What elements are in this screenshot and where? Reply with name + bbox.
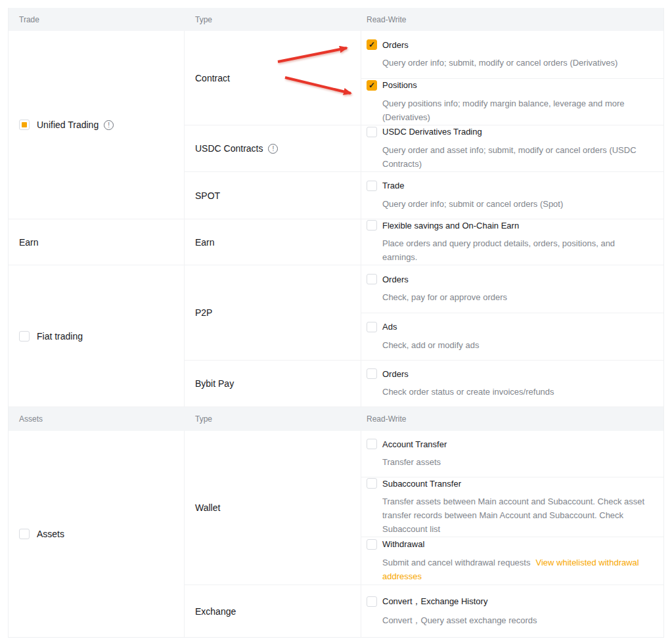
permission-item-spot-trade: Trade Query order info; submit or cancel… [361,172,663,219]
type-label: USDC Contracts [195,143,263,154]
permission-description: Query order info; submit, modify or canc… [382,56,650,70]
permission-item-orders: ✓ Orders Query order info; submit, modif… [361,31,663,79]
group-cell-unified-trading: Unified Trading ! [9,31,185,219]
permission-label: Trade [382,181,404,190]
group-label: Earn [19,237,39,248]
type-label: Earn [195,237,215,248]
type-row-bybit-pay: Bybit Pay Orders Check order status or c… [185,361,663,407]
column-header-trade: Trade [9,15,185,24]
column-header-type: Type [185,414,361,424]
permission-item-convert-exchange-history: Convert，Exchange History Convert，Query a… [361,585,663,637]
type-label: Wallet [195,502,220,513]
p2p-ads-checkbox[interactable] [367,322,377,332]
group-label: Assets [37,529,64,539]
permission-label: USDC Derivatives Trading [382,127,482,137]
permission-label: Ads [382,322,397,332]
type-label: SPOT [195,190,220,201]
bybit-pay-orders-checkbox[interactable] [367,368,377,379]
type-cell-exchange: Exchange [185,585,361,637]
permission-description: Check, add or modify ads [382,338,650,352]
withdrawal-checkbox[interactable] [367,539,377,550]
permission-item-withdrawal: Withdrawal Submit and cancel withdrawal … [361,537,663,585]
permission-description: Transfer assets [382,455,650,469]
permission-label: Account Transfer [382,439,447,449]
permission-label: Withdrawal [382,539,424,549]
permission-item-account-transfer: Account Transfer Transfer assets [361,431,663,477]
info-icon[interactable]: ! [268,144,278,154]
account-transfer-checkbox[interactable] [367,439,377,449]
permission-description: Query order and asset info; submit, modi… [382,143,650,171]
type-row-exchange: Exchange Convert，Exchange History Conver… [185,585,663,637]
group-row-unified-trading: Unified Trading ! Contract ✓ Orders Quer… [9,31,663,219]
type-cell-wallet: Wallet [185,431,361,585]
type-row-contract: Contract ✓ Orders Query order info; subm… [185,31,663,125]
group-label: Unified Trading [37,120,99,130]
permission-description: Submit and cancel withdrawal requestsVie… [382,556,650,583]
subaccount-transfer-checkbox[interactable] [367,478,377,489]
trade-header-row: Trade Type Read-Write [9,8,663,31]
permission-description: Transfer assets between Main account and… [382,495,650,536]
assets-header-row: Assets Type Read-Write [9,407,663,431]
withdrawal-description-text: Submit and cancel withdrawal requests [382,558,530,567]
usdc-derivatives-checkbox[interactable] [367,127,377,137]
group-row-earn: Earn Earn Flexible savings and On-Chain … [9,219,663,265]
type-cell-usdc-contracts: USDC Contracts ! [185,125,361,171]
permission-description: Check, pay for or approve orders [382,290,650,304]
permission-description: Query positions info; modify margin bala… [382,97,650,124]
permission-item-positions: ✓ Positions Query positions info; modify… [361,79,663,125]
group-cell-fiat-trading: Fiat trading [9,265,185,407]
permission-item-p2p-ads: Ads Check, add or modify ads [361,313,663,360]
type-cell-earn: Earn [185,219,361,265]
type-label: Bybit Pay [195,378,234,389]
permission-label: Orders [382,369,409,379]
type-row-p2p: P2P Orders Check, pay for or approve ord… [185,265,663,361]
group-cell-assets: Assets [9,431,185,637]
type-cell-contract: Contract [185,31,361,125]
unified-trading-checkbox[interactable] [19,120,30,130]
spot-trade-checkbox[interactable] [367,181,377,191]
assets-checkbox[interactable] [19,529,30,539]
type-row-wallet: Wallet Account Transfer Transfer assets [185,431,663,585]
orders-checkbox[interactable]: ✓ [367,39,377,50]
permission-item-usdc-derivatives: USDC Derivatives Trading Query order and… [361,125,663,171]
permission-label: Orders [382,40,409,50]
permission-description: Check order status or create invoices/re… [382,385,650,399]
permission-label: Subaccount Transfer [382,479,461,489]
type-cell-bybit-pay: Bybit Pay [185,361,361,407]
type-row-spot: SPOT Trade Query order info; submit or c… [185,172,663,219]
permission-item-bybit-pay-orders: Orders Check order status or create invo… [361,361,663,407]
group-row-fiat-trading: Fiat trading P2P Orders Check, pay for o… [9,265,663,407]
column-header-read-write: Read-Write [361,15,663,24]
permission-label: Convert，Exchange History [382,596,487,608]
type-row-earn: Earn Flexible savings and On-Chain Earn … [185,219,663,265]
info-icon[interactable]: ! [104,120,114,130]
permission-label: Orders [382,275,409,284]
permission-item-subaccount-transfer: Subaccount Transfer Transfer assets betw… [361,477,663,537]
permission-item-p2p-orders: Orders Check, pay for or approve orders [361,265,663,313]
convert-exchange-history-checkbox[interactable] [367,596,377,607]
column-header-type: Type [185,15,361,24]
type-label: Contract [195,73,230,83]
column-header-read-write: Read-Write [361,414,663,424]
type-row-usdc-contracts: USDC Contracts ! USDC Derivatives Tradin… [185,125,663,172]
trade-permissions-table: Trade Type Read-Write Unified Trading ! … [8,8,664,638]
permission-item-flexible-savings: Flexible savings and On-Chain Earn Place… [361,219,663,265]
type-label: P2P [195,307,212,318]
permission-description: Convert，Query asset exchange records [382,613,650,627]
column-header-assets: Assets [9,414,185,424]
p2p-orders-checkbox[interactable] [367,274,377,284]
type-cell-p2p: P2P [185,265,361,360]
positions-checkbox[interactable]: ✓ [367,80,377,91]
fiat-trading-checkbox[interactable] [19,331,30,342]
permission-description: Place orders and query product details, … [382,236,650,264]
flexible-savings-checkbox[interactable] [367,220,377,231]
type-label: Exchange [195,606,236,617]
permission-label: Positions [382,80,417,90]
group-cell-earn: Earn [9,219,185,265]
group-label: Fiat trading [37,331,83,342]
type-cell-spot: SPOT [185,172,361,219]
group-row-assets: Assets Wallet Account Transfer Transfer … [9,431,663,637]
permission-description: Query order info; submit or cancel order… [382,197,650,211]
permission-label: Flexible savings and On-Chain Earn [382,221,519,231]
